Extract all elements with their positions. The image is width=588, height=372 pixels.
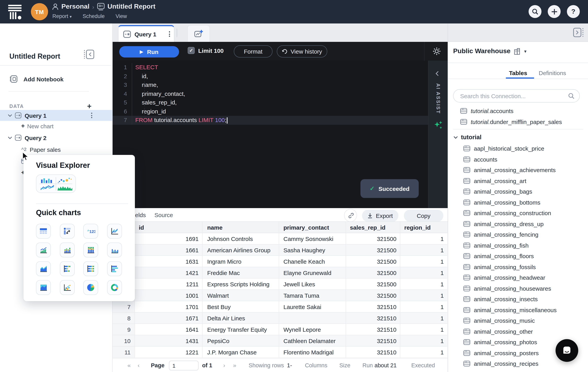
sql-editor[interactable]: 1SELECT2 id,3 name,4 primary_contact,5 s… (113, 61, 448, 208)
table-item-animal_crossing_floors[interactable]: animal_crossing_floors (448, 251, 588, 262)
tab-query1[interactable]: Query 1 (118, 25, 174, 42)
run-button[interactable]: ▶Run (119, 46, 179, 57)
quick-chart-pie[interactable] (83, 280, 98, 295)
breadcrumb-report-title[interactable]: Untitled Report (107, 3, 156, 11)
table-row[interactable]: 21661American Airlines GroupSasha Haughe… (113, 244, 448, 256)
table-row[interactable]: 41421Freddie MacElayne Grunewald3215001 (113, 267, 448, 278)
connection-title[interactable]: Public Warehouse ▼ (453, 47, 527, 55)
search-button[interactable] (529, 5, 541, 18)
quick-chart-area-100[interactable] (36, 280, 51, 295)
code-line[interactable]: 7FROM tutorial.accounts LIMIT 100; (113, 116, 428, 125)
chevron-down-icon[interactable] (8, 136, 12, 139)
quick-chart-horizontal-bar[interactable] (107, 261, 122, 276)
table-item-animal_crossing_achievements[interactable]: animal_crossing_achievements (448, 165, 588, 175)
quick-chart-scatter[interactable] (60, 280, 74, 295)
table-row[interactable]: 91641Energy Transfer EquityWynell Lepore… (113, 324, 448, 335)
table-item-animal_crossing_other[interactable]: animal_crossing_other (448, 326, 588, 337)
table-item-animal_crossing_art[interactable]: animal_crossing_art (448, 175, 588, 186)
connection-search[interactable] (453, 89, 580, 103)
view-history-button[interactable]: View history (277, 45, 327, 57)
column-header-sales_rep_id[interactable]: sales_rep_id (346, 222, 400, 233)
table-item-animal_crossing_fish[interactable]: animal_crossing_fish (448, 240, 588, 251)
menu-schedule[interactable]: Schedule (83, 13, 105, 19)
quick-chart-line[interactable] (107, 224, 122, 239)
column-header-id[interactable]: id (135, 222, 202, 233)
add-button[interactable] (548, 5, 561, 18)
link-button[interactable] (344, 209, 357, 222)
table-item-accounts[interactable]: accounts (448, 154, 588, 165)
table-row[interactable]: 101431PepsiCoCathleen Delamater3215101 (113, 335, 448, 347)
expand-panel-icon[interactable] (573, 27, 584, 38)
search-input[interactable] (459, 92, 565, 100)
table-item-animal_crossing_bottoms[interactable]: animal_crossing_bottoms (448, 197, 588, 208)
table-row[interactable]: 71701Best BuyLaurette Sakai3215101 (113, 301, 448, 313)
quick-chart-stacked-bar-100[interactable] (83, 261, 98, 276)
table-item-aapl_historical_stock_price[interactable]: aapl_historical_stock_price (448, 143, 588, 154)
size-label[interactable]: Size (339, 359, 350, 372)
table-item-animal_crossing_bags[interactable]: animal_crossing_bags (448, 186, 588, 197)
format-button[interactable]: Format (234, 45, 273, 57)
first-page-button[interactable]: « (127, 359, 131, 372)
caret-down-icon[interactable]: ▼ (523, 49, 527, 53)
pinned-table-item[interactable]: tutorial.dunder_mifflin_paper_sales (448, 116, 588, 127)
table-item-animal_crossing_music[interactable]: animal_crossing_music (448, 315, 588, 326)
column-header-name[interactable]: name (202, 222, 279, 233)
query1-menu-icon[interactable] (91, 113, 92, 118)
menu-view[interactable]: View (116, 13, 127, 19)
schema-group-tutorial[interactable]: tutorial (448, 131, 588, 143)
table-item-animal_crossing_headwear[interactable]: animal_crossing_headwear (448, 272, 588, 283)
table-item-animal_crossing_dress_up[interactable]: animal_crossing_dress_up (448, 218, 588, 229)
code-line[interactable]: 3 name, (113, 81, 428, 89)
avatar[interactable]: TM (31, 3, 48, 20)
ai-assist-panel[interactable]: AI ASSIST (428, 61, 448, 208)
add-notebook-button[interactable]: Add Notebook (9, 75, 63, 83)
code-line[interactable]: 1SELECT (113, 63, 428, 72)
code-lines[interactable]: 1SELECT2 id,3 name,4 primary_contact,5 s… (113, 63, 428, 125)
table-item-animal_crossing_housewares[interactable]: animal_crossing_housewares (448, 283, 588, 294)
code-line[interactable]: 6 region_id (113, 107, 428, 116)
new-chart-tab-button[interactable] (187, 25, 210, 42)
tab-definitions[interactable]: Definitions (539, 70, 566, 76)
code-line[interactable]: 5 sales_rep_id, (113, 98, 428, 107)
quick-chart-line-plus-bar[interactable] (36, 243, 51, 257)
table-item-animal_crossing_construction[interactable]: animal_crossing_construction (448, 208, 588, 218)
last-page-button[interactable]: » (233, 359, 236, 372)
table-row[interactable]: 11691Johnson ControlsCammy Sosnowski3215… (113, 233, 448, 244)
column-header-region_id[interactable]: region_id (400, 222, 447, 233)
chat-launcher-button[interactable] (556, 339, 578, 362)
collapse-sidebar-icon[interactable] (84, 49, 94, 59)
quick-chart-big-number[interactable]: ^123 (83, 224, 98, 239)
quick-chart-stacked-column-100[interactable] (83, 243, 98, 257)
table-row[interactable]: 31631Ingram MicroChanelle Keach3215001 (113, 256, 448, 267)
quick-chart-stacked-column[interactable] (60, 243, 74, 257)
pinned-table-item[interactable]: tutorial.accounts (448, 106, 588, 116)
tab-source[interactable]: Source (154, 212, 173, 218)
help-button[interactable]: ? (567, 5, 580, 18)
quick-chart-grouped-column[interactable] (107, 243, 122, 257)
sidebar-item-paper-sales[interactable]: ^2Paper sales (0, 144, 113, 155)
menu-report[interactable]: Report ▾ (52, 13, 72, 19)
quick-chart-stacked-bar[interactable] (60, 261, 74, 276)
sidebar-item-query2[interactable]: Query 2 (0, 132, 113, 143)
query1-new-chart-button[interactable]: +New chart (0, 120, 113, 131)
sidebar-item-query1[interactable]: Query 1 (0, 110, 113, 121)
breadcrumb-workspace[interactable]: Personal (61, 3, 90, 11)
code-line[interactable]: 4 primary_contact, (113, 89, 428, 98)
quick-chart-donut[interactable] (107, 280, 122, 295)
tab-menu-icon[interactable] (169, 31, 170, 37)
prev-page-button[interactable]: ‹ (138, 359, 140, 372)
next-page-button[interactable]: › (223, 359, 225, 372)
quick-chart-table[interactable] (36, 224, 51, 239)
visual-explorer-button[interactable] (36, 174, 76, 193)
table-row[interactable]: 111221J.P. Morgan ChaseFlorentino Madrig… (113, 347, 448, 358)
table-item-animal_crossing_miscellaneous[interactable]: animal_crossing_miscellaneous (448, 305, 588, 315)
chevron-left-icon[interactable] (435, 71, 439, 76)
table-row[interactable]: 61001WalmartTamara Tuma3215001 (113, 290, 448, 301)
limit-checkbox[interactable]: ✓ (188, 47, 195, 54)
columns-label[interactable]: Columns (305, 359, 327, 372)
table-row[interactable]: 81671Delta Air Lines3215101 (113, 313, 448, 324)
chevron-down-icon[interactable] (8, 114, 12, 117)
table-row[interactable]: 51211Express Scripts HoldingJewell Likes… (113, 278, 448, 290)
copy-button[interactable]: Copy (404, 210, 443, 222)
add-data-button[interactable]: + (87, 104, 92, 109)
